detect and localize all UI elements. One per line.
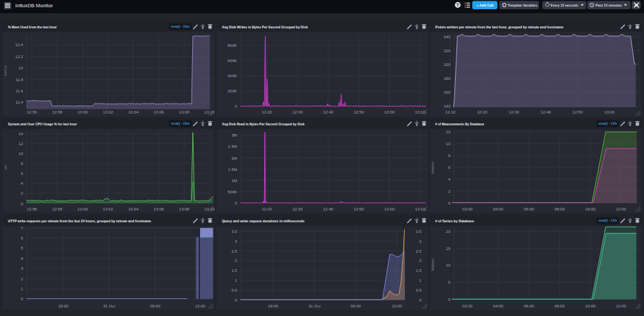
svg-text:12:00: 12:00 — [195, 303, 205, 308]
svg-text:+ Add Cell: + Add Cell — [477, 3, 494, 7]
svg-text:06:00: 06:00 — [350, 303, 361, 308]
svg-text:220: 220 — [444, 47, 451, 52]
svg-text:240: 240 — [444, 34, 451, 38]
svg-text:2.5M: 2.5M — [228, 144, 237, 148]
svg-text:0: 0 — [234, 298, 237, 302]
svg-text:12:58: 12:58 — [52, 110, 63, 114]
svg-text:8: 8 — [448, 153, 451, 158]
svg-text:11.6: 11.6 — [15, 88, 23, 93]
svg-text:13:00: 13:00 — [604, 110, 615, 114]
svg-text:InfluxDB Monitor: InfluxDB Monitor — [15, 3, 54, 8]
svg-text:4: 4 — [21, 255, 24, 260]
svg-text:2: 2 — [234, 258, 237, 263]
svg-text:8: 8 — [21, 161, 24, 166]
svg-text:02:00: 02:00 — [462, 206, 473, 211]
svg-text:0: 0 — [21, 296, 24, 301]
svg-text:# of Series by Database: # of Series by Database — [435, 218, 474, 222]
svg-text:13:10: 13:10 — [415, 110, 425, 114]
svg-text:2M: 2M — [231, 156, 237, 160]
svg-text:cpu: cpu — [4, 165, 7, 170]
svg-text:15: 15 — [446, 245, 450, 250]
svg-text:3.5: 3.5 — [231, 228, 237, 233]
svg-text:0: 0 — [21, 201, 24, 206]
svg-text:18:00: 18:00 — [58, 303, 69, 308]
svg-text:6: 6 — [448, 165, 451, 170]
svg-text:11.8: 11.8 — [15, 77, 23, 81]
svg-text:12:40: 12:40 — [323, 206, 334, 211]
svg-text:160: 160 — [444, 89, 451, 94]
svg-text:3: 3 — [419, 238, 421, 243]
svg-text:12:30: 12:30 — [509, 110, 519, 114]
svg-text:08:00: 08:00 — [554, 303, 565, 308]
svg-text:31 Oct: 31 Oct — [308, 303, 320, 308]
svg-text:5: 5 — [21, 245, 24, 250]
svg-text:6: 6 — [21, 171, 24, 175]
svg-text:600K: 600K — [227, 58, 237, 63]
svg-text:06:00: 06:00 — [150, 303, 161, 308]
svg-text:0: 0 — [448, 201, 451, 205]
svg-text:3: 3 — [21, 266, 24, 270]
svg-text:now() - 12h: now() - 12h — [598, 219, 617, 222]
svg-text:System and User CPU Usage % fo: System and User CPU Usage % for last hou… — [8, 122, 77, 126]
svg-text:20: 20 — [446, 228, 450, 233]
svg-text:Every 15 seconds: Every 15 seconds — [551, 3, 579, 7]
svg-text:1.5M: 1.5M — [228, 167, 237, 172]
svg-text:13:00: 13:00 — [77, 110, 88, 114]
svg-text:13:00: 13:00 — [384, 110, 394, 114]
svg-text:08:00: 08:00 — [554, 206, 565, 211]
svg-text:HTTP write requests per minute: HTTP write requests per minute from the … — [8, 218, 151, 222]
svg-text:31 Oct: 31 Oct — [103, 303, 116, 308]
svg-text:400K: 400K — [227, 73, 237, 78]
svg-text:2: 2 — [21, 191, 24, 195]
svg-text:now() - 15m: now() - 15m — [171, 25, 190, 28]
svg-text:1: 1 — [234, 278, 237, 282]
svg-text:2.5: 2.5 — [231, 248, 237, 253]
svg-text:13:00: 13:00 — [77, 206, 88, 211]
svg-text:13:08: 13:08 — [179, 206, 190, 211]
svg-text:1.5: 1.5 — [231, 268, 237, 272]
svg-text:12:00: 12:00 — [392, 303, 402, 308]
svg-text:0: 0 — [234, 104, 237, 108]
svg-text:mem.us: mem.us — [4, 65, 7, 76]
svg-text:# of Measurements By Database: # of Measurements By Database — [435, 122, 484, 126]
svg-text:1: 1 — [21, 286, 24, 291]
svg-text:13:00: 13:00 — [384, 206, 394, 211]
svg-text:5: 5 — [448, 280, 451, 284]
svg-text:04:00: 04:00 — [493, 303, 503, 308]
svg-text:6: 6 — [21, 236, 24, 240]
svg-text:10:00: 10:00 — [585, 303, 596, 308]
svg-text:04:00: 04:00 — [493, 206, 503, 211]
svg-text:database: database — [431, 258, 435, 270]
svg-text:now() - 15m: now() - 15m — [171, 122, 190, 125]
svg-text:now() - 12h: now() - 12h — [598, 122, 617, 125]
svg-text:Points written per minute from: Points written per minute from the last … — [435, 24, 563, 28]
svg-text:0.5: 0.5 — [415, 288, 421, 292]
svg-text:Avg Disk Read in Bytes Per Sec: Avg Disk Read in Bytes Per Second Groupe… — [222, 122, 304, 126]
svg-text:12: 12 — [446, 129, 450, 134]
svg-text:13:02: 13:02 — [103, 206, 114, 211]
svg-text:180: 180 — [444, 75, 451, 80]
svg-text:12:58: 12:58 — [52, 206, 63, 211]
svg-text:3.5: 3.5 — [415, 228, 421, 233]
svg-text:12:40: 12:40 — [541, 110, 552, 114]
svg-text:13:08: 13:08 — [179, 110, 190, 114]
svg-text:500K: 500K — [227, 189, 237, 194]
svg-text:12:00: 12:00 — [616, 206, 626, 211]
svg-text:12: 12 — [18, 65, 23, 70]
svg-text:13:04: 13:04 — [128, 206, 139, 211]
svg-text:4: 4 — [448, 177, 451, 181]
svg-text:database: database — [431, 161, 435, 174]
svg-text:12:20: 12:20 — [262, 110, 272, 114]
svg-text:02:00: 02:00 — [462, 303, 473, 308]
svg-text:12:50: 12:50 — [573, 110, 583, 114]
svg-text:7: 7 — [21, 225, 24, 230]
svg-text:12.2: 12.2 — [15, 53, 24, 58]
svg-text:200: 200 — [444, 61, 451, 66]
svg-text:12:10: 12:10 — [445, 110, 456, 114]
svg-text:?: ? — [456, 3, 459, 7]
svg-text:12:56: 12:56 — [27, 110, 38, 114]
svg-text:2: 2 — [419, 258, 421, 263]
svg-text:12:40: 12:40 — [323, 110, 334, 114]
svg-text:10: 10 — [18, 151, 23, 156]
svg-text:12:50: 12:50 — [353, 206, 364, 211]
